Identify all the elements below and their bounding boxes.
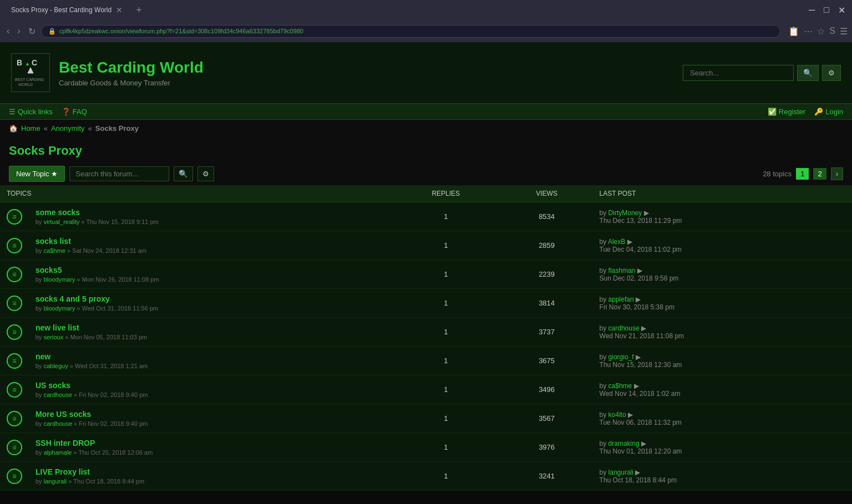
topic-lastpost-author-link[interactable]: giorgio_f	[608, 353, 634, 361]
register-link[interactable]: ✅ Register	[768, 108, 805, 116]
topic-title-cell: new live list by serioux » Mon Nov 05, 2…	[29, 318, 391, 347]
topic-title-cell: socks5 by bloodymary » Mon Nov 26, 2018 …	[29, 260, 391, 289]
svg-text:C: C	[32, 58, 37, 67]
topic-lastpost-author-link[interactable]: applefan	[608, 296, 634, 303]
topic-replies-cell: 1	[391, 404, 501, 433]
topic-lastpost-cell: by langurali ▶ Thu Oct 18, 2018 8:44 pm	[593, 462, 852, 491]
topic-meta: by langurali » Thu Oct 18, 2018 8:44 pm	[36, 478, 384, 485]
topic-title-cell: US socks by cardhouse » Fri Nov 02, 2018…	[29, 375, 391, 404]
topic-icon-cell: ≡	[0, 462, 29, 491]
table-row: ≡ new by cableguy » Wed Oct 31, 2018 1:2…	[0, 347, 852, 375]
page-2-button[interactable]: 2	[813, 168, 826, 180]
topic-title-link[interactable]: new	[36, 352, 50, 361]
nav-right: ✅ Register 🔑 Login	[768, 108, 843, 116]
forum-search-button[interactable]: 🔍	[174, 166, 193, 181]
page-1-button[interactable]: 1	[796, 168, 809, 180]
menu-icon[interactable]: ☰	[840, 26, 848, 37]
new-tab-button[interactable]: +	[133, 4, 145, 16]
bookmark-icon[interactable]: 📋	[788, 26, 799, 37]
topic-title-link[interactable]: More US socks	[36, 410, 91, 419]
topic-lastpost-author-link[interactable]: langurali	[608, 469, 633, 476]
topic-author-link[interactable]: cableguy	[44, 363, 68, 369]
topic-author-link[interactable]: virtual_reality	[44, 218, 80, 225]
topic-lastpost-cell: by flashman ▶ Sun Dec 02, 2018 9:58 pm	[593, 260, 852, 289]
topic-title-cell: some socks by virtual_reality » Thu Nov …	[29, 202, 391, 231]
topic-author-link[interactable]: ca$hme	[44, 247, 65, 254]
address-bar[interactable]: 🔒 cplfk4kp5dzeakwc.onion/viewforum.php?f…	[41, 25, 781, 38]
forum-search-settings-button[interactable]: ⚙	[197, 166, 214, 181]
topic-title-link[interactable]: socks 4 and 5 proxy	[36, 294, 110, 303]
next-page-button[interactable]: ›	[831, 167, 843, 180]
topic-views-cell: 3496	[501, 375, 593, 404]
sync-icon[interactable]: S	[829, 26, 835, 37]
toolbar-left: New Topic ★ 🔍 ⚙	[9, 166, 214, 182]
breadcrumb-anonymity[interactable]: Anonymity	[51, 124, 85, 133]
more-icon[interactable]: ⋯	[804, 26, 813, 37]
refresh-button[interactable]: ↻	[26, 24, 38, 39]
login-icon: 🔑	[814, 108, 823, 116]
col-topics-header: TOPICS	[0, 185, 391, 202]
faq-link[interactable]: ❓ FAQ	[62, 108, 87, 116]
topic-status-icon: ≡	[7, 324, 22, 340]
topic-title-link[interactable]: some socks	[36, 208, 80, 217]
topic-lastpost-author-link[interactable]: DirtyMoney	[608, 209, 642, 217]
maximize-button[interactable]: □	[821, 5, 831, 16]
site-branding: Best Carding World Cardable Goods & Mone…	[59, 59, 204, 87]
svg-text:BEST CARDING: BEST CARDING	[15, 78, 44, 82]
topic-title-cell: socks list by ca$hme » Sat Nov 24, 2018 …	[29, 231, 391, 260]
svg-text:▲: ▲	[25, 61, 30, 67]
site-logo: B ▲ C BEST CARDING WORLD	[11, 53, 50, 92]
topic-icon-cell: ≡	[0, 404, 29, 433]
header-settings-button[interactable]: ⚙	[822, 65, 841, 81]
forum-page-title: Socks Proxy	[0, 137, 852, 162]
forum-search-input[interactable]	[69, 166, 169, 181]
topic-author-link[interactable]: cardhouse	[44, 420, 72, 427]
topic-title-link[interactable]: new live list	[36, 323, 79, 332]
topic-views-cell: 3241	[501, 462, 593, 491]
topic-title-link[interactable]: SSH inter DROP	[36, 439, 95, 447]
topic-title-link[interactable]: US socks	[36, 381, 70, 390]
tab-close-button[interactable]: ✕	[116, 6, 123, 14]
topic-title-link[interactable]: socks list	[36, 237, 71, 246]
login-link[interactable]: 🔑 Login	[814, 108, 843, 116]
back-button[interactable]: ‹	[4, 24, 12, 38]
breadcrumb-home[interactable]: Home	[21, 124, 40, 133]
topic-author-link[interactable]: cardhouse	[44, 391, 72, 398]
topic-title-cell: SSH inter DROP by alphamale » Thu Oct 25…	[29, 433, 391, 462]
browser-nav-bar: ‹ › ↻ 🔒 cplfk4kp5dzeakwc.onion/viewforum…	[0, 20, 852, 42]
header-search-button[interactable]: 🔍	[797, 65, 819, 81]
browser-tab[interactable]: Socks Proxy - Best Carding World ✕	[4, 2, 129, 18]
topic-author-link[interactable]: serioux	[44, 334, 63, 340]
topic-lastpost-author-link[interactable]: AlexB	[608, 238, 625, 246]
topic-lastpost-cell: by dramaking ▶ Thu Nov 01, 2018 12:20 am	[593, 433, 852, 462]
topic-lastpost-author-link[interactable]: ca$hme	[608, 382, 632, 390]
topic-author-link[interactable]: bloodymary	[44, 305, 75, 312]
topic-lastpost-cell: by giorgio_f ▶ Thu Nov 15, 2018 12:30 am	[593, 347, 852, 375]
topic-replies-cell: 1	[391, 231, 501, 260]
topic-author-link[interactable]: langurali	[44, 478, 67, 485]
topic-lastpost-cell: by cardhouse ▶ Wed Nov 21, 2018 11:08 pm	[593, 318, 852, 347]
star-icon[interactable]: ☆	[817, 26, 825, 37]
topic-meta: by cardhouse » Fri Nov 02, 2018 9:40 pm	[36, 420, 384, 427]
topic-lastpost-author-link[interactable]: cardhouse	[608, 324, 640, 332]
topic-lastpost-cell: by DirtyMoney ▶ Thu Dec 13, 2018 11:29 p…	[593, 202, 852, 231]
topic-author-link[interactable]: bloodymary	[44, 276, 75, 283]
quicklinks-button[interactable]: ☰ Quick links	[9, 108, 53, 116]
topic-title-link[interactable]: LIVE Proxy list	[36, 467, 90, 476]
topic-title-cell: More US socks by cardhouse » Fri Nov 02,…	[29, 404, 391, 433]
topic-icon-cell: ≡	[0, 202, 29, 231]
close-button[interactable]: ✕	[836, 5, 848, 16]
topic-lastpost-author-link[interactable]: flashman	[608, 267, 636, 274]
topic-title-link[interactable]: socks5	[36, 266, 62, 274]
topic-views-cell: 3737	[501, 318, 593, 347]
topic-lastpost-author-link[interactable]: dramaking	[608, 440, 640, 447]
new-topic-button[interactable]: New Topic ★	[9, 166, 65, 182]
topic-icon-cell: ≡	[0, 260, 29, 289]
topic-lastpost-author-link[interactable]: ko4ito	[608, 411, 626, 419]
forward-button[interactable]: ›	[15, 24, 22, 38]
minimize-button[interactable]: ─	[807, 5, 817, 16]
topic-author-link[interactable]: alphamale	[44, 449, 72, 456]
breadcrumb-sep1: «	[44, 124, 48, 133]
header-search-input[interactable]	[683, 65, 794, 81]
topic-replies-cell: 1	[391, 462, 501, 491]
